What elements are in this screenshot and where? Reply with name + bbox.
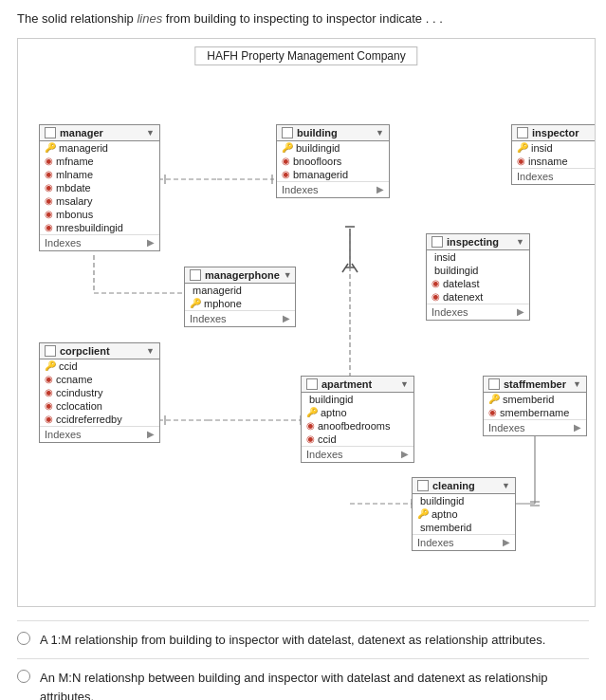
intro-text: The solid relationship lines from buildi… xyxy=(17,9,589,28)
table-manager-title: manager xyxy=(60,127,103,138)
table-staffmember-title: staffmember xyxy=(504,378,566,390)
table-managerphone: managerphone ▼ managerid 🔑mphone Indexes… xyxy=(184,267,296,327)
table-inspecting: inspecting ▼ insid buildingid ◉datelast … xyxy=(426,233,530,321)
table-inspector-title: inspector xyxy=(532,127,579,138)
diagram-title: HAFH Property Management Company xyxy=(194,46,417,65)
table-building-title: building xyxy=(297,127,338,138)
svg-line-13 xyxy=(352,264,358,272)
option-b-label: An M:N relationshp between building and … xyxy=(40,669,589,700)
table-corpclient-title: corpclient xyxy=(60,345,110,357)
option-b[interactable]: An M:N relationshp between building and … xyxy=(17,658,589,700)
table-manager: manager ▼ 🔑managerid ◉mfname ◉mlname ◉mb… xyxy=(39,124,160,251)
option-a-radio[interactable] xyxy=(17,632,30,645)
option-b-radio[interactable] xyxy=(17,670,30,683)
table-managerphone-title: managerphone xyxy=(205,269,280,281)
options-section: A 1:M relationship from building to insp… xyxy=(17,620,589,701)
table-apartment: apartment ▼ buildingid 🔑aptno ◉anoofbedr… xyxy=(301,376,414,463)
table-cleaning-title: cleaning xyxy=(432,480,475,491)
table-cleaning: cleaning ▼ buildingid 🔑aptno smemberid I… xyxy=(412,477,516,551)
table-inspector: inspector ▼ 🔑insid ◉insname Indexes▶ xyxy=(511,124,596,185)
er-diagram: HAFH Property Management Company xyxy=(17,38,596,607)
option-a[interactable]: A 1:M relationship from building to insp… xyxy=(17,620,589,659)
table-inspecting-title: inspecting xyxy=(447,236,499,248)
option-a-label: A 1:M relationship from building to insp… xyxy=(40,631,545,650)
table-apartment-title: apartment xyxy=(321,378,372,390)
table-corpclient: corpclient ▼ 🔑ccid ◉ccname ◉ccindustry ◉… xyxy=(39,342,160,443)
table-building: building ▼ 🔑buildingid ◉bnoofloors ◉bman… xyxy=(276,124,390,198)
svg-line-12 xyxy=(342,264,348,272)
table-staffmember: staffmember ▼ 🔑smemberid ◉smembername In… xyxy=(483,376,587,436)
